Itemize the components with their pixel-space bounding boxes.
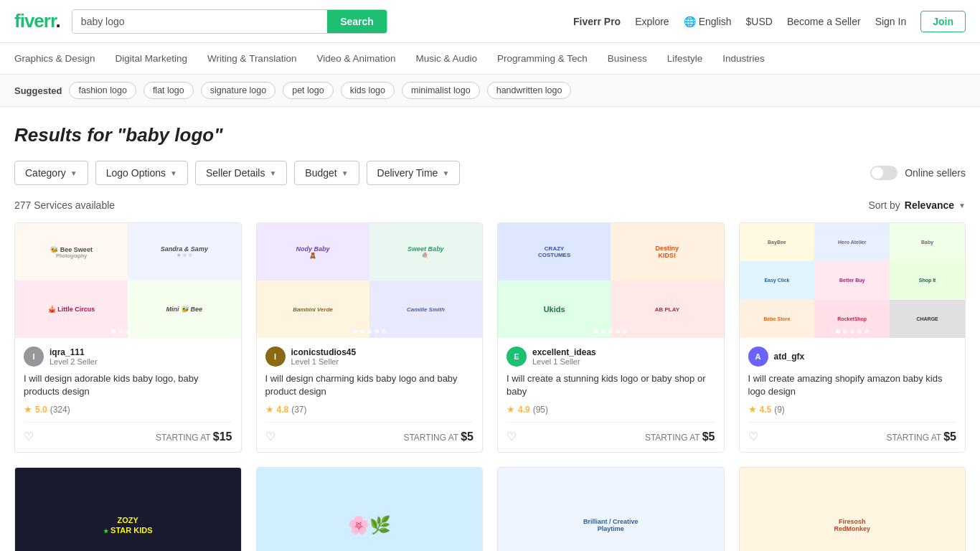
rating-count: (37)	[291, 405, 306, 415]
carousel-dot[interactable]	[360, 329, 364, 334]
chevron-down-icon: ▼	[70, 169, 77, 177]
suggested-tag[interactable]: pet logo	[283, 82, 333, 99]
explore-link[interactable]: Explore	[635, 16, 669, 27]
seller-meta: iconicstudios45 Level 1 Seller	[291, 347, 357, 366]
gig-card[interactable]: 🌸🌿	[256, 467, 484, 551]
starting-at-label: STARTING AT	[156, 433, 213, 443]
price-section: STARTING AT $5	[886, 430, 956, 443]
sign-in-link[interactable]: Sign In	[875, 16, 907, 27]
gig-price: $5	[702, 430, 715, 443]
gig-card[interactable]: 🐝 Bee Sweet Photography Sandra & Samy ★ …	[14, 222, 242, 453]
carousel-dot[interactable]	[594, 329, 598, 334]
gig-card[interactable]: CRAZYCOSTUMES DestinyKIDS! Ukids AB PLAY…	[497, 222, 725, 453]
suggested-tag[interactable]: kids logo	[341, 82, 395, 99]
filter-seller-details[interactable]: Seller Details▼	[195, 161, 287, 185]
suggested-label: Suggested	[14, 85, 62, 96]
gig-card[interactable]: BayBee Hero Atelier Baby Easy Click Bett…	[739, 222, 966, 453]
carousel-dot[interactable]	[367, 329, 372, 334]
category-nav-item[interactable]: Digital Marketing	[116, 50, 188, 67]
category-nav-item[interactable]: Music & Audio	[416, 50, 478, 67]
suggested-tag[interactable]: minimalist logo	[402, 82, 480, 99]
carousel-dot[interactable]	[616, 329, 620, 334]
category-nav-item[interactable]: Programming & Tech	[497, 50, 588, 67]
gig-footer: ♡ STARTING AT $5	[507, 422, 715, 443]
carousel-dot[interactable]	[133, 329, 137, 334]
carousel-dot[interactable]	[140, 329, 144, 334]
category-nav-item[interactable]: Video & Animation	[316, 50, 395, 67]
carousel-dot[interactable]	[836, 329, 840, 334]
seller-name[interactable]: iqra_111	[50, 347, 98, 357]
favorite-button[interactable]: ♡	[265, 430, 275, 443]
rating-score: 4.8	[277, 405, 289, 415]
filter-delivery-time[interactable]: Delivery Time▼	[367, 161, 461, 185]
logo[interactable]: fiverr.	[14, 10, 60, 32]
carousel-dot[interactable]	[608, 329, 613, 334]
online-sellers-label: Online sellers	[905, 167, 966, 179]
rating-count: (9)	[774, 405, 785, 415]
gig-thumbnail: 🌸🌿	[257, 468, 483, 551]
suggested-tag[interactable]: signature logo	[201, 82, 276, 99]
carousel-dot[interactable]	[623, 329, 627, 334]
starting-at-label: STARTING AT	[886, 433, 943, 443]
suggested-tag[interactable]: fashion logo	[69, 82, 136, 99]
gig-card[interactable]: FiresoshRedMonkey	[739, 467, 966, 551]
currency-selector[interactable]: $USD	[746, 16, 773, 27]
gig-thumbnail: 🐝 Bee Sweet Photography Sandra & Samy ★ …	[15, 223, 241, 338]
carousel-dot[interactable]	[382, 329, 386, 334]
carousel-dot[interactable]	[601, 329, 606, 334]
carousel-dot[interactable]	[111, 329, 116, 334]
seller-info: I iqra_111 Level 2 Seller	[24, 347, 232, 367]
category-nav-item[interactable]: Business	[608, 50, 647, 67]
carousel-dot[interactable]	[374, 329, 379, 334]
gig-price: $15	[213, 430, 232, 443]
suggested-tag[interactable]: handwritten logo	[487, 82, 572, 99]
gig-card[interactable]: Brilliant / CreativePlaytime	[497, 467, 725, 551]
seller-name[interactable]: iconicstudios45	[291, 347, 357, 357]
carousel-dot[interactable]	[126, 329, 130, 334]
filter-logo-options[interactable]: Logo Options▼	[95, 161, 188, 185]
search-bar: Search	[72, 9, 387, 34]
online-sellers-toggle[interactable]	[870, 166, 897, 180]
carousel-dot[interactable]	[353, 329, 357, 334]
seller-level: Level 2 Seller	[50, 357, 98, 366]
join-button[interactable]: Join	[920, 11, 966, 32]
gig-rating: ★ 4.9 (95)	[507, 404, 715, 415]
category-nav-item[interactable]: Graphics & Design	[14, 50, 95, 67]
fiverr-pro-link[interactable]: Fiverr Pro	[573, 16, 621, 27]
header-nav: Fiverr Pro Explore 🌐 English $USD Become…	[573, 11, 966, 32]
sort-by[interactable]: Sort by Relevance ▼	[868, 199, 966, 211]
category-nav-item[interactable]: Writing & Translation	[207, 50, 296, 67]
favorite-button[interactable]: ♡	[748, 430, 758, 443]
seller-name[interactable]: excellent_ideas	[532, 347, 596, 357]
gig-body: A atd_gfx I will create amazing shopify …	[740, 338, 966, 452]
gig-thumbnail: BayBee Hero Atelier Baby Easy Click Bett…	[740, 223, 966, 338]
suggested-tag[interactable]: flat logo	[143, 82, 194, 99]
avatar: E	[507, 347, 527, 367]
carousel-dot[interactable]	[857, 329, 862, 334]
logo-options-label: Logo Options	[106, 167, 166, 179]
category-nav-item[interactable]: Industries	[722, 50, 765, 67]
language-selector[interactable]: 🌐 English	[684, 16, 732, 27]
filter-budget[interactable]: Budget▼	[294, 161, 359, 185]
carousel-dot[interactable]	[843, 329, 847, 334]
search-input[interactable]	[72, 10, 327, 33]
category-nav-item[interactable]: Lifestyle	[667, 50, 703, 67]
starting-at-label: STARTING AT	[403, 433, 461, 443]
carousel-dot[interactable]	[864, 329, 869, 334]
favorite-button[interactable]: ♡	[507, 430, 517, 443]
header: fiverr. Search Fiverr Pro Explore 🌐 Engl…	[0, 0, 980, 43]
filter-category[interactable]: Category▼	[14, 161, 88, 185]
seller-name[interactable]: atd_gfx	[774, 352, 805, 362]
favorite-button[interactable]: ♡	[24, 430, 34, 443]
star-icon: ★	[507, 404, 515, 415]
avatar: I	[24, 347, 44, 367]
carousel-dot[interactable]	[850, 329, 854, 334]
price-section: STARTING AT $5	[403, 430, 473, 443]
gig-card[interactable]: ZOZY★ STAR KIDS	[14, 467, 242, 551]
search-button[interactable]: Search	[327, 10, 387, 33]
chevron-down-icon: ▼	[269, 169, 276, 177]
gig-card[interactable]: Nody Baby 🧸 Sweet Baby 🍭 Bambini Verde C…	[256, 222, 484, 453]
star-icon: ★	[265, 404, 274, 415]
become-seller-link[interactable]: Become a Seller	[787, 16, 861, 27]
carousel-dot[interactable]	[118, 329, 123, 334]
